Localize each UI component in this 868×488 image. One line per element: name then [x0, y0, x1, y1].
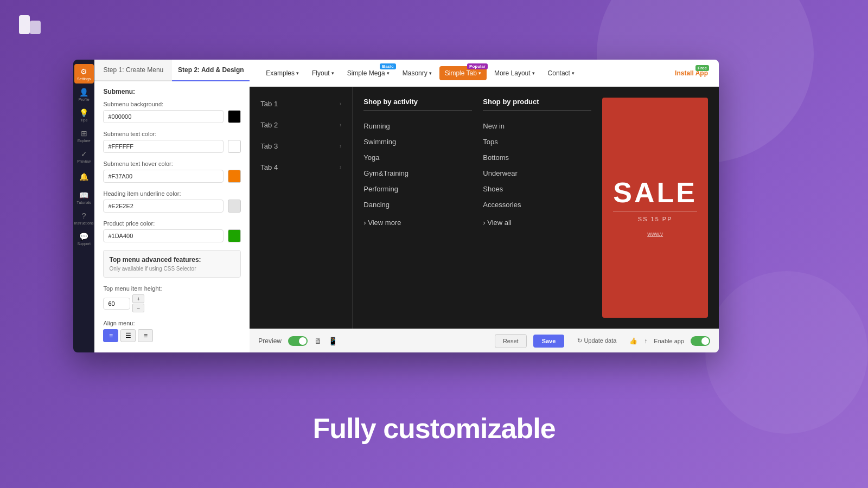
- hover-color-swatch[interactable]: [228, 170, 241, 183]
- activity-yoga[interactable]: Yoga: [363, 150, 472, 165]
- sale-banner[interactable]: SALE SS 15 PP www.v: [602, 98, 708, 318]
- activity-performing[interactable]: Performing: [363, 181, 472, 197]
- align-center-button[interactable]: ☰: [120, 329, 136, 342]
- advanced-title: Top menu advanced features:: [109, 256, 235, 264]
- nav-contact-arrow: ▾: [572, 70, 575, 76]
- tab-3-arrow: ›: [340, 143, 341, 149]
- activity-swimming[interactable]: Swimming: [363, 134, 472, 150]
- activity-running[interactable]: Running: [363, 118, 472, 134]
- tab-item-2[interactable]: Tab 2 ›: [250, 114, 352, 136]
- basic-badge: Basic: [380, 63, 395, 69]
- banner-column: SALE SS 15 PP www.v: [602, 98, 708, 318]
- save-button[interactable]: Save: [533, 335, 565, 348]
- underline-input[interactable]: [103, 200, 224, 213]
- sidebar-item-tips[interactable]: 💡 Tips: [74, 105, 94, 125]
- tab-item-1[interactable]: Tab 1 ›: [250, 93, 352, 114]
- tips-icon: 💡: [79, 108, 88, 117]
- sale-link[interactable]: www.v: [647, 231, 663, 237]
- nav-more-layout[interactable]: More Layout ▾: [489, 66, 540, 80]
- sidebar-item-preview[interactable]: ✓ Preview: [74, 146, 94, 166]
- tab-item-4[interactable]: Tab 4 ›: [250, 157, 352, 178]
- price-color-swatch[interactable]: [228, 229, 241, 242]
- tab-step1[interactable]: Step 1: Create Menu: [94, 60, 172, 80]
- text-color-swatch[interactable]: [228, 140, 241, 153]
- tablet-icon[interactable]: 📱: [328, 337, 337, 345]
- height-row: Top menu item height: + −: [103, 285, 241, 312]
- align-right-button[interactable]: ≡: [138, 329, 153, 342]
- bottom-toolbar: Preview 🖥 📱 Reset Save ↻ Update data 👍 ↑…: [250, 329, 719, 352]
- nav-simple-mega[interactable]: Basic Simple Mega ▾: [342, 66, 395, 80]
- tab-item-3[interactable]: Tab 3 ›: [250, 136, 352, 157]
- reset-button[interactable]: Reset: [495, 334, 527, 348]
- headline-text: Fully customizable: [312, 413, 555, 444]
- nav-masonry[interactable]: Masonry ▾: [397, 66, 437, 80]
- desktop-icon[interactable]: 🖥: [314, 337, 322, 345]
- bg-input[interactable]: [103, 110, 224, 123]
- advanced-features-box: Top menu advanced features: Only availab…: [103, 250, 241, 278]
- sidebar-item-notification[interactable]: 🔔: [74, 167, 94, 187]
- height-input[interactable]: [103, 298, 130, 310]
- activity-gym[interactable]: Gym&Training: [363, 165, 472, 181]
- text-input[interactable]: [103, 140, 224, 153]
- nav-simple-tab-arrow: ▾: [478, 70, 481, 76]
- sale-subtitle: SS 15 PP: [638, 216, 673, 222]
- height-up-button[interactable]: +: [132, 294, 144, 303]
- nav-masonry-arrow: ▾: [429, 70, 432, 76]
- sidebar-item-instructions[interactable]: ? Instructions: [74, 208, 94, 228]
- activity-column: Shop by activity Running Swimming Yoga G…: [363, 98, 472, 318]
- share-icon: ↑: [644, 337, 647, 345]
- product-heading: Shop by product: [483, 98, 591, 111]
- price-input[interactable]: [103, 229, 224, 242]
- question-icon: ?: [82, 211, 86, 220]
- activity-dancing[interactable]: Dancing: [363, 197, 472, 213]
- preview-toggle[interactable]: [288, 336, 308, 346]
- nav-simple-tab[interactable]: Popular Simple Tab ▾: [439, 66, 487, 80]
- align-left-button[interactable]: ≡: [103, 329, 118, 342]
- sidebar-item-settings[interactable]: ⚙ Settings: [74, 64, 94, 84]
- toggle-knob: [299, 337, 307, 345]
- settings-tabs: Step 1: Create Menu Step 2: Add & Design: [94, 60, 250, 81]
- tab-1-arrow: ›: [340, 101, 341, 107]
- text-label: Submenu text color:: [103, 131, 241, 137]
- product-accessories[interactable]: Accessories: [483, 197, 591, 213]
- nav-examples[interactable]: Examples ▾: [260, 66, 304, 80]
- svg-rect-1: [30, 21, 41, 34]
- sidebar-item-tutorials[interactable]: 📖 Tutorials: [74, 188, 94, 207]
- nav-flyout[interactable]: Flyout ▾: [307, 66, 340, 80]
- enable-toggle[interactable]: [691, 336, 710, 346]
- product-tops[interactable]: Tops: [483, 134, 591, 150]
- nav-install-app[interactable]: Free Install App: [675, 69, 708, 77]
- product-underwear[interactable]: Underwear: [483, 165, 591, 181]
- settings-content: Submenu: Submenu background: Submenu tex…: [94, 81, 250, 352]
- align-label: Align menu:: [103, 320, 241, 326]
- preview-label: Preview: [258, 337, 282, 345]
- sidebar: ⚙ Settings 👤 Profile 💡 Tips ⊞ Explore ✓ …: [73, 60, 94, 352]
- svg-rect-0: [19, 15, 30, 34]
- sidebar-item-explore[interactable]: ⊞ Explore: [74, 126, 94, 145]
- settings-panel: Step 1: Create Menu Step 2: Add & Design…: [94, 60, 250, 352]
- update-data-button[interactable]: ↻ Update data: [571, 334, 623, 348]
- view-more-link[interactable]: › View more: [363, 215, 472, 230]
- tab-2-arrow: ›: [340, 122, 341, 128]
- advanced-subtitle: Only available if using CSS Selector: [109, 266, 235, 272]
- product-new-in[interactable]: New in: [483, 118, 591, 134]
- align-row: Align menu: ≡ ☰ ≡: [103, 320, 241, 342]
- view-all-link[interactable]: › View all: [483, 215, 591, 230]
- sale-title: SALE: [613, 178, 697, 207]
- hover-input[interactable]: [103, 170, 224, 183]
- tab-step2[interactable]: Step 2: Add & Design: [172, 60, 250, 81]
- settings-icon: ⚙: [80, 67, 87, 76]
- product-column: Shop by product New in Tops Bottoms Unde…: [483, 98, 591, 318]
- support-icon: 💬: [79, 232, 88, 241]
- height-down-button[interactable]: −: [132, 304, 144, 312]
- product-shoes[interactable]: Shoes: [483, 181, 591, 197]
- sidebar-item-profile[interactable]: 👤 Profile: [74, 85, 94, 104]
- bg-color-swatch[interactable]: [228, 110, 241, 123]
- nav-contact[interactable]: Contact ▾: [542, 66, 580, 80]
- hover-label: Submenu text hover color:: [103, 160, 241, 167]
- underline-color-swatch[interactable]: [228, 200, 241, 213]
- sidebar-item-support[interactable]: 💬 Support: [74, 229, 94, 248]
- popular-badge: Popular: [467, 63, 488, 69]
- product-bottoms[interactable]: Bottoms: [483, 150, 591, 165]
- explore-icon: ⊞: [81, 129, 87, 138]
